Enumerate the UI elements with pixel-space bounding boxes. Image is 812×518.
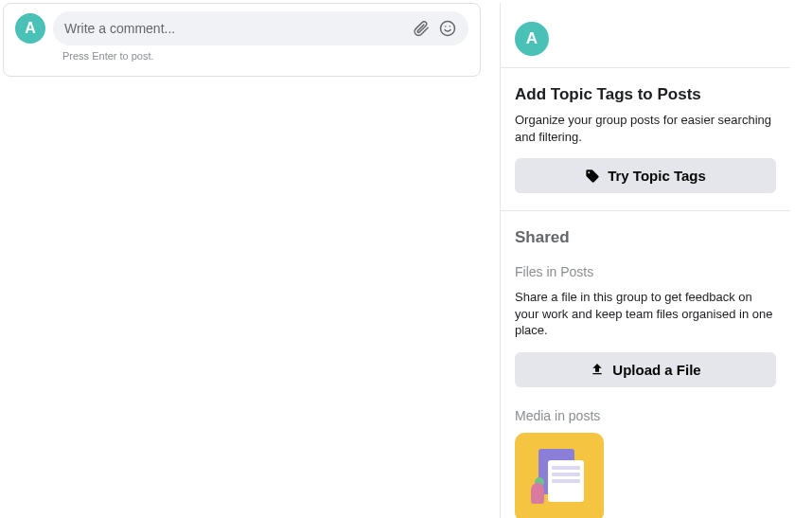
media-in-posts-sub: Media in posts <box>515 408 776 423</box>
upload-file-label: Upload a File <box>612 362 700 378</box>
shared-title: Shared <box>515 228 776 247</box>
avatar[interactable]: A <box>515 22 549 56</box>
try-topic-tags-button[interactable]: Try Topic Tags <box>515 158 776 193</box>
comment-hint: Press Enter to post. <box>62 50 468 62</box>
upload-file-button[interactable]: Upload a File <box>515 352 776 387</box>
comment-card: A Press Enter to post. <box>3 3 481 77</box>
try-topic-tags-label: Try Topic Tags <box>608 168 706 184</box>
tag-icon <box>585 169 600 184</box>
upload-icon <box>590 362 605 377</box>
topic-tags-title: Add Topic Tags to Posts <box>515 85 776 104</box>
topic-tags-section: Add Topic Tags to Posts Organize your gr… <box>501 67 790 210</box>
avatar[interactable]: A <box>15 13 45 44</box>
comment-input-wrap[interactable] <box>53 11 468 45</box>
main-column: A Press Enter to post. <box>3 3 481 518</box>
topic-tags-desc: Organize your group posts for easier sea… <box>515 112 776 145</box>
files-in-posts-sub: Files in Posts <box>515 264 776 279</box>
comment-input[interactable] <box>64 21 404 36</box>
emoji-icon[interactable] <box>438 19 457 38</box>
shared-section: Shared Files in Posts Share a file in th… <box>501 210 790 518</box>
attachment-icon[interactable] <box>412 19 431 38</box>
media-thumbnail-illustration <box>531 449 588 506</box>
sidebar: A Add Topic Tags to Posts Organize your … <box>500 3 790 518</box>
files-desc: Share a file in this group to get feedba… <box>515 289 776 339</box>
svg-point-0 <box>441 22 455 36</box>
media-thumbnail[interactable] <box>515 433 604 518</box>
